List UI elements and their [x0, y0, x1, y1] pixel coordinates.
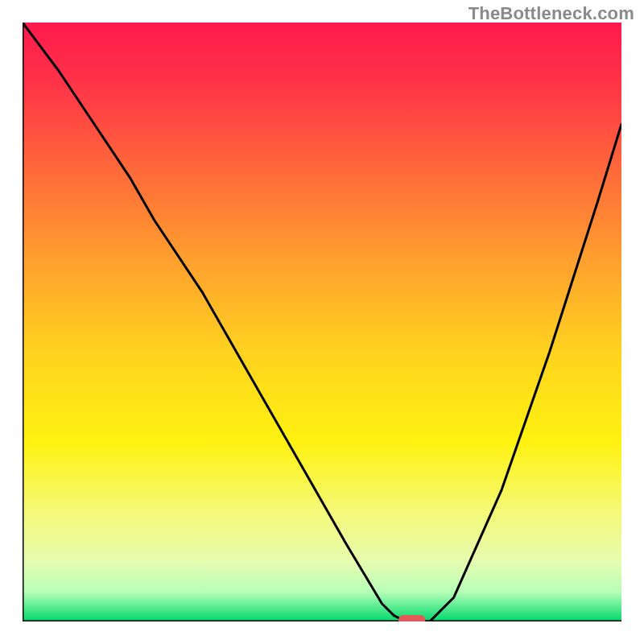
- chart-background-gradient: [23, 23, 621, 621]
- optimal-point-marker: [398, 615, 426, 621]
- chart-plot-area: [23, 23, 621, 621]
- watermark-text: TheBottleneck.com: [469, 3, 634, 24]
- chart-svg: [23, 23, 621, 621]
